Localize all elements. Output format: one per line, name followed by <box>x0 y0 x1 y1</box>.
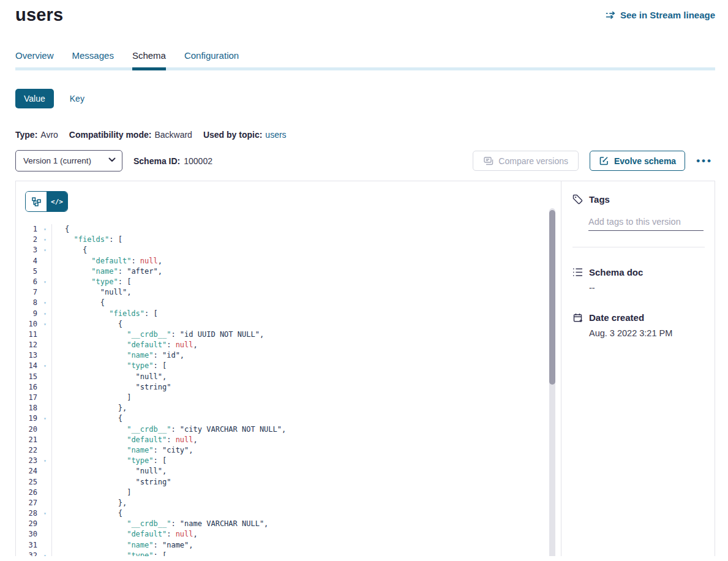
fold-gutter <box>39 329 51 340</box>
editor-scrollbar-thumb[interactable] <box>549 210 555 385</box>
compare-icon <box>483 156 493 166</box>
code-line: 29 "__crdb__": "name VARCHAR NULL", <box>16 519 561 529</box>
code-line: 3▾ { <box>16 245 561 255</box>
code-line: 24 "null", <box>16 466 561 476</box>
fold-arrow-icon[interactable]: ▾ <box>39 508 51 519</box>
fold-gutter <box>39 266 51 277</box>
code-line: 23▾ "type": [ <box>16 456 561 466</box>
code-line: 28▾ { <box>16 508 561 519</box>
fold-gutter <box>39 435 51 445</box>
fold-arrow-icon[interactable]: ▾ <box>39 277 51 287</box>
line-number: 25 <box>16 477 39 488</box>
fold-arrow-icon[interactable]: ▾ <box>39 456 51 466</box>
code-line: 9▾ "fields": [ <box>16 309 561 319</box>
code-line-text: "fields": [ <box>51 309 158 319</box>
code-view-button[interactable]: </> <box>47 192 67 211</box>
fold-gutter <box>39 372 51 382</box>
line-number: 1 <box>16 224 39 235</box>
see-in-stream-lineage-link[interactable]: See in Stream lineage <box>606 10 715 20</box>
fold-gutter <box>39 287 51 298</box>
schema-id: Schema ID: 100002 <box>133 156 212 166</box>
fold-arrow-icon[interactable]: ▾ <box>39 235 51 245</box>
schema-controls-row: Version 1 (current) Schema ID: 100002 Co… <box>15 150 715 171</box>
code-line: 6▾ "type": [ <box>16 277 561 287</box>
compatibility-label: Compatibility mode: <box>69 130 152 140</box>
fold-gutter <box>39 477 51 488</box>
compare-versions-button[interactable]: Compare versions <box>473 151 579 171</box>
line-number: 4 <box>16 256 39 266</box>
schema-editor-panel: </> 1▾{2▾ "fields": [3▾ {4 "default": nu… <box>16 181 561 556</box>
fold-arrow-icon[interactable]: ▾ <box>39 361 51 371</box>
sidebar-divider <box>572 247 705 247</box>
fold-arrow-icon[interactable]: ▾ <box>39 551 51 556</box>
add-tags-input[interactable] <box>588 215 704 231</box>
code-line: 17 ] <box>16 393 561 403</box>
code-line: 32▾ "type": [ <box>16 551 561 556</box>
meta-topic: Used by topic: users <box>203 130 287 140</box>
line-number: 32 <box>16 551 39 556</box>
version-select-wrap: Version 1 (current) <box>15 150 122 171</box>
fold-gutter <box>39 340 51 350</box>
code-line-text: "default": null, <box>51 435 198 445</box>
date-created-title: Date created <box>589 312 644 323</box>
fold-gutter <box>39 424 51 435</box>
fold-arrow-icon[interactable]: ▾ <box>39 245 51 255</box>
code-line-text: "string" <box>51 382 171 393</box>
date-created-section: Date created Aug. 3 2022 3:21 PM <box>572 312 705 338</box>
fold-gutter <box>39 466 51 476</box>
code-line: 7 "null", <box>16 287 561 298</box>
code-line: 14▾ "type": [ <box>16 361 561 371</box>
fold-gutter <box>39 393 51 403</box>
code-line: 21 "default": null, <box>16 435 561 445</box>
stream-lineage-icon <box>606 10 616 20</box>
code-line-text: "type": [ <box>51 456 167 466</box>
code-line-text: "null", <box>51 372 167 382</box>
tree-view-button[interactable] <box>26 192 47 211</box>
value-button[interactable]: Value <box>15 89 54 108</box>
schema-doc-value: -- <box>589 283 705 293</box>
version-select[interactable]: Version 1 (current) <box>15 150 122 171</box>
code-line-text: { <box>51 413 122 424</box>
tab-overview[interactable]: Overview <box>15 50 54 61</box>
tab-bar: Overview Messages Schema Configuration <box>15 50 715 70</box>
line-number: 16 <box>16 382 39 393</box>
code-line-text: "name": "after", <box>51 266 162 277</box>
list-icon <box>572 267 583 277</box>
code-line: 27 }, <box>16 498 561 508</box>
editor-scrollbar-track[interactable] <box>549 208 555 556</box>
line-number: 21 <box>16 435 39 445</box>
fold-arrow-icon[interactable]: ▾ <box>39 309 51 319</box>
fold-arrow-icon[interactable]: ▾ <box>39 298 51 308</box>
code-line-text: }, <box>51 403 127 413</box>
key-button[interactable]: Key <box>70 94 84 104</box>
tab-messages[interactable]: Messages <box>72 50 114 61</box>
line-number: 17 <box>16 393 39 403</box>
fold-arrow-icon[interactable]: ▾ <box>39 319 51 329</box>
compare-versions-label: Compare versions <box>498 156 568 166</box>
tab-configuration[interactable]: Configuration <box>184 50 239 61</box>
line-number: 19 <box>16 413 39 424</box>
line-number: 7 <box>16 287 39 298</box>
fold-arrow-icon[interactable]: ▾ <box>39 413 51 424</box>
schema-doc-title: Schema doc <box>589 267 643 277</box>
code-line: 31 "name": "name", <box>16 540 561 551</box>
line-number: 29 <box>16 519 39 529</box>
topic-link[interactable]: users <box>265 130 286 140</box>
code-line-text: { <box>51 508 122 519</box>
evolve-schema-button[interactable]: Evolve schema <box>590 151 685 171</box>
line-number: 9 <box>16 309 39 319</box>
line-number: 22 <box>16 445 39 456</box>
code-line-text: "name": "name", <box>51 540 193 551</box>
schema-code-editor[interactable]: 1▾{2▾ "fields": [3▾ {4 "default": null,5… <box>16 224 561 556</box>
more-options-button[interactable]: ••• <box>694 155 715 167</box>
compatibility-value: Backward <box>154 130 192 140</box>
code-line: 4 "default": null, <box>16 256 561 266</box>
tab-schema[interactable]: Schema <box>132 50 166 61</box>
code-view-icon: </> <box>51 198 63 206</box>
code-line: 18 }, <box>16 403 561 413</box>
fold-arrow-icon[interactable]: ▾ <box>39 224 51 235</box>
code-line-text: ] <box>51 488 131 498</box>
fold-gutter <box>39 540 51 551</box>
line-number: 20 <box>16 424 39 435</box>
line-number: 13 <box>16 350 39 361</box>
